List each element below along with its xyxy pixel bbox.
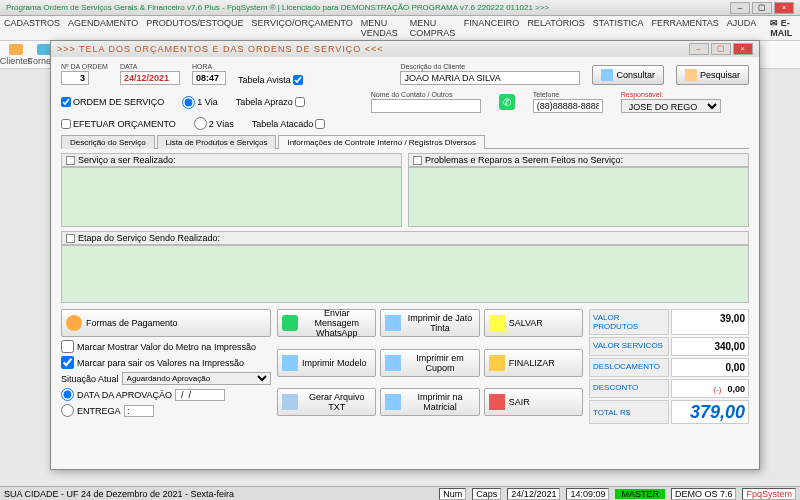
tabela-aprazo-check[interactable] [295, 97, 305, 107]
menu-item[interactable]: AJUDA [727, 18, 757, 38]
via2-radio[interactable] [194, 117, 207, 130]
data-aprov-label: DATA DA APROVAÇÃO [77, 390, 172, 400]
chk-valores-label: Marcar para sair os Valores na Impressão [77, 358, 244, 368]
gerar-txt-button[interactable]: Gerar Arquivo TXT [277, 388, 376, 416]
telefone-input[interactable] [533, 99, 603, 113]
menu-item[interactable]: STATISTICA [593, 18, 644, 38]
modal-maximize[interactable]: ▢ [711, 43, 731, 55]
order-modal: >>> TELA DOS ORÇAMENTOS E DAS ORDENS DE … [50, 40, 760, 470]
menu-item[interactable]: MENU VENDAS [361, 18, 402, 38]
expand-icon[interactable] [66, 234, 75, 243]
total-value: 379,00 [671, 400, 749, 424]
whatsapp-button[interactable]: Enviar Mensagem WhatsApp [277, 309, 376, 337]
entrega-input[interactable] [124, 405, 154, 417]
receipt-icon [385, 355, 401, 371]
servico-textarea[interactable] [61, 167, 402, 227]
close-button[interactable]: × [774, 2, 794, 14]
people-icon [9, 44, 23, 55]
modal-close[interactable]: × [733, 43, 753, 55]
email-link[interactable]: ✉ E-MAIL [770, 18, 796, 38]
tabela-aprazo-label: Tabela Aprazo [236, 97, 293, 107]
situacao-select[interactable]: Aguardando Aprovação [122, 372, 271, 385]
menu-item[interactable]: AGENDAMENTO [68, 18, 138, 38]
contato-label: Nome do Contato / Outros [371, 91, 481, 98]
formas-pagamento-button[interactable]: Formas de Pagamento [61, 309, 271, 337]
tabela-avista-label: Tabela Avista [238, 75, 291, 85]
imprimir-matricial-button[interactable]: Imprimir na Matricial [380, 388, 479, 416]
maximize-button[interactable]: ▢ [752, 2, 772, 14]
num-ordem-input[interactable] [61, 71, 89, 85]
modal-minimize[interactable]: – [689, 43, 709, 55]
printer-icon [385, 394, 401, 410]
magnify-icon [685, 69, 697, 81]
status-date: 24/12/2021 [507, 488, 560, 500]
modal-titlebar: >>> TELA DOS ORÇAMENTOS E DAS ORDENS DE … [51, 41, 759, 57]
minimize-button[interactable]: – [730, 2, 750, 14]
whatsapp-icon [282, 315, 298, 331]
window-controls: – ▢ × [730, 2, 794, 14]
data-aprov-radio[interactable] [61, 388, 74, 401]
expand-icon[interactable] [66, 156, 75, 165]
hora-input[interactable] [192, 71, 226, 85]
efetuar-orc-check[interactable] [61, 119, 71, 129]
tabela-atacado-label: Tabela Atacado [252, 119, 314, 129]
valor-servicos-value: 340,00 [671, 337, 749, 356]
chk-valores[interactable] [61, 356, 74, 369]
menu-bar: CADASTROS AGENDAMENTO PRODUTOS/ESTOQUE S… [0, 16, 800, 41]
menu-item[interactable]: FINANCEIRO [464, 18, 520, 38]
menu-item[interactable]: FERRAMENTAS [651, 18, 718, 38]
problemas-textarea[interactable] [408, 167, 749, 227]
data-input[interactable] [120, 71, 180, 85]
capslock-indicator: Caps [472, 488, 501, 500]
etapa-label: Etapa do Serviço Sendo Realizado: [78, 233, 220, 243]
via1-radio[interactable] [182, 96, 195, 109]
desconto-label: DESCONTO [589, 379, 669, 398]
salvar-button[interactable]: SALVAR [484, 309, 583, 337]
desconto-value: (-)0,00 [671, 379, 749, 398]
app-titlebar: Programa Ordem de Serviços Gerais & Fina… [0, 0, 800, 16]
save-icon [489, 315, 505, 331]
cliente-input[interactable] [400, 71, 580, 85]
tab-controle[interactable]: Informações de Controle Interno / Regist… [278, 135, 485, 149]
supplier-icon [37, 44, 51, 55]
imprimir-modelo-button[interactable]: Imprimir Modelo [277, 349, 376, 377]
exit-icon [489, 394, 505, 410]
sair-button[interactable]: SAIR [484, 388, 583, 416]
tabela-avista-check[interactable] [293, 75, 303, 85]
toolbar-clientes[interactable]: Clientes [4, 44, 28, 66]
flag-icon [489, 355, 505, 371]
tab-descricao[interactable]: Descrição do Serviço [61, 135, 155, 149]
menu-item[interactable]: SERVIÇO/ORÇAMENTO [252, 18, 353, 38]
expand-icon[interactable] [413, 156, 422, 165]
data-label: DATA [120, 63, 180, 70]
chk-metro[interactable] [61, 340, 74, 353]
file-icon [282, 394, 298, 410]
status-time: 14:09:09 [566, 488, 609, 500]
status-brand: FpqSystem [742, 488, 796, 500]
ordem-servico-check[interactable] [61, 97, 71, 107]
finalizar-button[interactable]: FINALIZAR [484, 349, 583, 377]
valor-produtos-label: VALOR PRODUTOS [589, 309, 669, 335]
contato-input[interactable] [371, 99, 481, 113]
entrega-label: ENTREGA [77, 406, 121, 416]
menu-item[interactable]: MENU COMPRAS [410, 18, 456, 38]
tab-produtos[interactable]: Lista de Produtos e Serviços [157, 135, 277, 149]
servico-label: Serviço a ser Realizado: [78, 155, 176, 165]
responsavel-label: Responsável: [621, 91, 721, 98]
pesquisar-button[interactable]: Pesquisar [676, 65, 749, 85]
imprimir-jato-button[interactable]: Imprimir de Jato Tinta [380, 309, 479, 337]
imprimir-cupom-button[interactable]: Imprimir em Cupom [380, 349, 479, 377]
menu-item[interactable]: PRODUTOS/ESTOQUE [146, 18, 243, 38]
coins-icon [66, 315, 82, 331]
total-label: TOTAL R$ [589, 400, 669, 424]
responsavel-select[interactable]: JOSE DO REGO [621, 99, 721, 113]
num-ordem-label: Nº DA ORDEM [61, 63, 108, 70]
entrega-radio[interactable] [61, 404, 74, 417]
tabela-atacado-check[interactable] [315, 119, 325, 129]
whatsapp-icon[interactable]: ✆ [499, 94, 515, 110]
consultar-button[interactable]: Consultar [592, 65, 664, 85]
data-aprov-input[interactable] [175, 389, 225, 401]
menu-item[interactable]: CADASTROS [4, 18, 60, 38]
menu-item[interactable]: RELATÓRIOS [527, 18, 584, 38]
etapa-textarea[interactable] [61, 245, 749, 303]
